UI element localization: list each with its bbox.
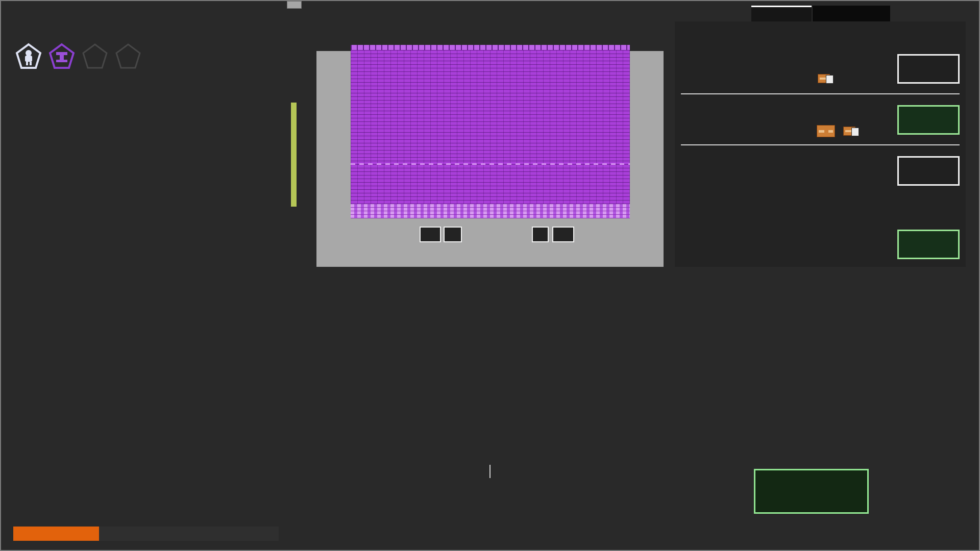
slot-customer-pentagon-icon[interactable] — [15, 43, 42, 69]
popularity-progress-track — [13, 527, 279, 541]
supplier-upgrade-button[interactable] — [897, 54, 960, 84]
game-screen — [0, 0, 980, 551]
price-minus-1-button[interactable] — [444, 227, 462, 242]
sell-business-button[interactable] — [754, 469, 869, 514]
marketing-button[interactable] — [897, 230, 960, 259]
stock-panel — [316, 51, 664, 267]
upgrades-panel — [675, 21, 966, 267]
price-plus-10pct-button[interactable] — [552, 227, 574, 242]
stock-bottom-band — [351, 204, 630, 218]
business-slots — [15, 43, 141, 69]
restock-upgrade-button[interactable] — [897, 105, 960, 135]
stock-top-edge — [351, 45, 630, 50]
slot-product-pentagon-icon[interactable] — [48, 43, 75, 69]
momentum-slider-track[interactable] — [291, 103, 297, 207]
stock-dashed-line — [351, 163, 630, 165]
popularity-progress-fill — [13, 527, 99, 541]
crate-question-icon — [843, 127, 855, 136]
momentum-slider-handle[interactable] — [287, 1, 302, 9]
tab-achievements[interactable] — [813, 6, 890, 21]
stock-fill — [351, 45, 630, 218]
slot-empty-pentagon-icon[interactable] — [82, 43, 108, 69]
money-pile-canvas — [14, 111, 269, 264]
price-plus-1-button[interactable] — [532, 227, 549, 242]
slot-empty-pentagon-icon[interactable] — [115, 43, 141, 69]
tab-upgrades[interactable] — [751, 6, 812, 21]
panel-divider — [681, 93, 960, 94]
crate-icon — [817, 125, 835, 137]
panel-divider — [681, 144, 960, 145]
crowd-divider-tick — [489, 465, 491, 478]
quality-upgrade-button[interactable] — [897, 156, 960, 186]
customer-crowd-canvas — [1, 293, 980, 470]
price-minus-10pct-button[interactable] — [420, 227, 441, 242]
crate-question-icon — [818, 74, 830, 83]
